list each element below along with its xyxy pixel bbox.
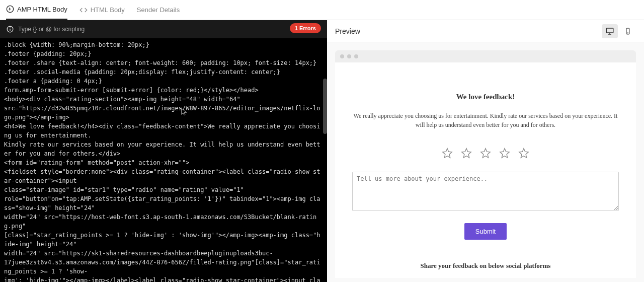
code-line[interactable]: Kindly rate our services based on your e…: [4, 140, 323, 158]
main-split: Type {} or @ for scripting 1 Errors .blo…: [0, 20, 644, 282]
code-line[interactable]: img': 'hide-img'"></amp-img></label><lab…: [4, 276, 323, 282]
device-toggle: [602, 24, 636, 38]
preview-content: We love feedback! We really appreciate y…: [335, 62, 636, 278]
code-line[interactable]: .footer .social-media {padding: 20px;dis…: [4, 67, 323, 77]
code-line[interactable]: width="24" src="https://sk1-sharedresour…: [4, 249, 323, 258]
tab-bar: AMP HTML Body HTML Body Sender Details: [0, 0, 644, 20]
code-line[interactable]: class="star-image" id="star1" type="radi…: [4, 185, 323, 194]
window-dot: [354, 54, 358, 58]
code-line[interactable]: <h4>We love feedback!</h4><div class="fe…: [4, 122, 323, 140]
scrollbar-thumb[interactable]: [323, 79, 327, 134]
code-line[interactable]: width="24" src="https://host-web-font.s3…: [4, 213, 323, 231]
tab-sender-details[interactable]: Sender Details: [137, 0, 180, 20]
preview-title: Preview: [335, 27, 360, 35]
window-dot: [340, 54, 344, 58]
mobile-view-button[interactable]: [620, 24, 636, 38]
feedback-textarea[interactable]: [352, 172, 619, 211]
editor-toolbar: Type {} or @ for scripting 1 Errors: [0, 20, 327, 38]
code-editor-pane: Type {} or @ for scripting 1 Errors .blo…: [0, 20, 327, 282]
star-5[interactable]: [518, 148, 529, 159]
star-4[interactable]: [499, 148, 510, 159]
desktop-view-button[interactable]: [602, 24, 618, 38]
code-editor[interactable]: .block {width: 90%;margin-bottom: 20px;}…: [0, 38, 327, 282]
info-icon: [6, 25, 14, 33]
errors-badge[interactable]: 1 Errors: [290, 23, 321, 33]
amp-icon: [6, 5, 14, 13]
svg-rect-4: [606, 28, 613, 33]
code-icon: [79, 6, 88, 14]
tab-html-body[interactable]: HTML Body: [79, 0, 125, 20]
code-line[interactable]: <fieldset style="border:none"><div class…: [4, 167, 323, 185]
editor-prompt: Type {} or @ for scripting: [18, 26, 85, 33]
code-line[interactable]: .footer {padding: 20px;}: [4, 49, 323, 58]
code-line[interactable]: .footer .share {text-align: center; font…: [4, 58, 323, 67]
code-line[interactable]: .footer a {padding: 0 4px;}: [4, 77, 323, 86]
star-1[interactable]: [442, 148, 453, 159]
social-share-heading: Share your feedback on below social plat…: [347, 262, 624, 270]
svg-point-6: [627, 32, 628, 33]
code-line[interactable]: <body><div class="rating-section"><amp-i…: [4, 95, 323, 104]
tab-label: Sender Details: [137, 6, 180, 14]
svg-rect-2: [10, 29, 10, 31]
tab-amp-html-body[interactable]: AMP HTML Body: [6, 0, 67, 20]
code-line[interactable]: src="https://d32w835pmqz10r.cloudfront.n…: [4, 104, 323, 122]
svg-rect-3: [10, 28, 10, 28]
code-line[interactable]: role="button"on="tap:AMP.setState({star_…: [4, 194, 323, 213]
code-line[interactable]: form.amp-form-submit-error [submit-error…: [4, 86, 323, 95]
code-line[interactable]: [class]="star_rating_points >= 1 ? 'hide…: [4, 231, 323, 249]
browser-chrome: [335, 50, 636, 62]
window-dot: [347, 54, 351, 58]
code-line[interactable]: .block {width: 90%;margin-bottom: 20px;}: [4, 40, 323, 49]
tab-label: AMP HTML Body: [17, 6, 67, 13]
code-line[interactable]: 17juee3zst6v4.s3.amazonaws.com/images/44…: [4, 258, 323, 276]
star-2[interactable]: [461, 148, 472, 159]
feedback-description: We really appreciate you choosing us for…: [350, 111, 621, 129]
star-rating: [347, 148, 624, 159]
preview-pane: Preview We love feedback! We really appr…: [327, 20, 644, 282]
preview-header: Preview: [327, 20, 644, 42]
code-line[interactable]: <form id="rating-form" method="post" act…: [4, 158, 323, 167]
tab-label: HTML Body: [91, 6, 125, 14]
submit-button[interactable]: Submit: [464, 223, 507, 240]
preview-frame: We love feedback! We really appreciate y…: [327, 42, 644, 282]
feedback-heading: We love feedback!: [347, 93, 624, 101]
star-3[interactable]: [480, 148, 491, 159]
